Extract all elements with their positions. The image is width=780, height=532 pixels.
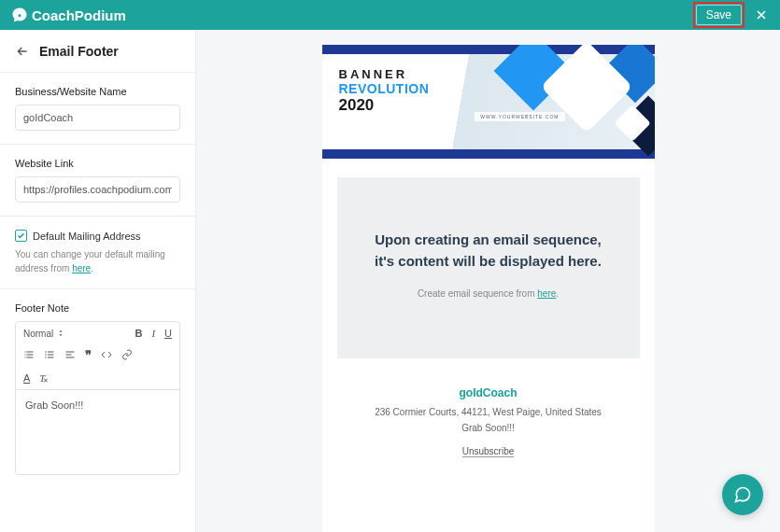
website-link-label: Website Link — [15, 158, 180, 169]
footer-note-textarea[interactable]: Grab Soon!!! — [16, 390, 179, 474]
business-name-input[interactable] — [15, 105, 180, 131]
save-button-highlight: Save — [693, 2, 745, 28]
content-line-2: it's content will be displayed here. — [358, 251, 619, 273]
banner-url: WWW.YOURWEBSITE.COM — [475, 112, 564, 121]
app-logo: CoachPodium — [11, 7, 126, 23]
footer-note-section: Footer Note Normal B I U — [0, 289, 195, 488]
chat-bubble-icon — [11, 7, 28, 23]
content-line-1: Upon creating an email sequence, — [358, 230, 619, 251]
mailing-section: Default Mailing Address You can change y… — [0, 217, 195, 289]
email-preview-area: BANNER REVOLUTION 2020 WWW.YOURWEBSITE.C… — [196, 30, 780, 532]
banner-title-3: 2020 — [339, 96, 430, 115]
mailing-checkbox[interactable] — [15, 230, 27, 242]
clear-format-icon[interactable]: T✕ — [39, 372, 45, 384]
help-fab[interactable] — [722, 474, 763, 515]
mailing-checkbox-label: Default Mailing Address — [33, 231, 141, 242]
editor-toolbar: Normal B I U — [16, 322, 179, 390]
close-icon[interactable] — [754, 7, 769, 22]
mailing-here-link[interactable]: here — [72, 263, 91, 273]
link-icon[interactable] — [121, 349, 133, 362]
font-size-select[interactable]: Normal — [23, 329, 64, 339]
unsubscribe-link[interactable]: Unsubscribe — [462, 446, 515, 457]
app-name: CoachPodium — [32, 7, 126, 23]
email-banner: BANNER REVOLUTION 2020 WWW.YOURWEBSITE.C… — [322, 45, 655, 159]
email-card: BANNER REVOLUTION 2020 WWW.YOURWEBSITE.C… — [322, 45, 655, 532]
mailing-help-text: You can change your default mailing addr… — [15, 247, 180, 275]
footer-address: 236 Cormier Courts, 44121, West Paige, U… — [341, 407, 636, 417]
settings-sidebar: Email Footer Business/Website Name Websi… — [0, 30, 196, 532]
create-sequence-link[interactable]: here — [537, 288, 556, 299]
bold-icon[interactable]: B — [135, 328, 142, 339]
unordered-list-icon[interactable] — [44, 349, 55, 362]
save-button[interactable]: Save — [696, 5, 742, 25]
footer-note-text: Grab Soon!!! — [341, 423, 636, 433]
website-link-section: Website Link — [0, 145, 195, 217]
underline-icon[interactable]: U — [164, 328, 172, 339]
banner-title-1: BANNER — [339, 67, 430, 81]
website-link-input[interactable] — [15, 176, 180, 203]
footer-note-label: Footer Note — [15, 302, 180, 314]
email-footer: goIdCoach 236 Cormier Courts, 44121, Wes… — [322, 377, 655, 483]
footer-business-name: goIdCoach — [341, 386, 636, 399]
code-icon[interactable] — [101, 349, 112, 362]
svg-point-2 — [45, 357, 47, 358]
content-sub: Create email sequence from here. — [358, 288, 619, 299]
footer-note-editor: Normal B I U — [15, 321, 180, 475]
italic-icon[interactable]: I — [151, 328, 155, 339]
sidebar-title: Email Footer — [39, 44, 119, 59]
svg-point-1 — [45, 354, 47, 356]
sidebar-header: Email Footer — [0, 30, 195, 73]
svg-point-0 — [45, 351, 47, 353]
text-color-icon[interactable]: A — [23, 372, 30, 384]
business-name-label: Business/Website Name — [15, 86, 180, 97]
business-name-section: Business/Website Name — [0, 73, 195, 145]
align-icon[interactable] — [64, 349, 76, 362]
quote-icon[interactable]: ❞ — [85, 348, 92, 363]
app-header: CoachPodium Save — [0, 0, 780, 30]
back-arrow-icon[interactable] — [15, 44, 30, 59]
banner-title-2: REVOLUTION — [339, 81, 430, 96]
ordered-list-icon[interactable] — [23, 349, 35, 362]
chat-icon — [733, 485, 752, 504]
email-content-placeholder: Upon creating an email sequence, it's co… — [337, 177, 640, 358]
